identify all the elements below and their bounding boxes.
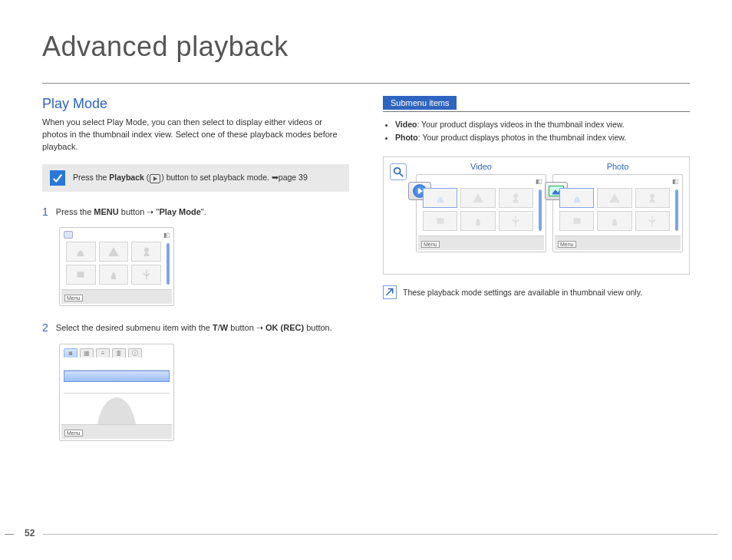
menu-tab: ≡ xyxy=(96,348,110,357)
svg-rect-1 xyxy=(77,272,84,278)
video-label: Video xyxy=(470,162,492,171)
menu-chip: Menu xyxy=(421,241,440,248)
battery-mini-icon: ▮▯ xyxy=(163,232,170,239)
thumb-item xyxy=(635,211,670,231)
step-2: 2 Select the desired submenu item with t… xyxy=(42,321,349,334)
menu-tab: ▦ xyxy=(80,348,94,357)
background-silhouette xyxy=(64,394,170,424)
battery-mini-icon: ▮▯ xyxy=(672,178,678,185)
magnifier-icon xyxy=(390,163,407,180)
thumb-item xyxy=(131,242,161,262)
step-1: 1 Press the MENU button ➝ "Play Mode". xyxy=(42,206,349,219)
svg-point-2 xyxy=(394,167,401,173)
compare-col-photo: Photo ▮▯ xyxy=(552,162,683,268)
thumb-item xyxy=(460,188,495,208)
thumb-item xyxy=(66,265,96,285)
step-number: 1 xyxy=(42,206,48,219)
step-2-text: Select the desired submenu item with the… xyxy=(56,321,332,334)
thumb-item xyxy=(597,188,631,208)
submenu-items-header: Submenu items xyxy=(383,96,457,110)
thumb-item xyxy=(131,265,161,285)
check-icon xyxy=(50,170,65,186)
svg-point-0 xyxy=(144,248,149,252)
note-row: These playback mode settings are availab… xyxy=(383,285,690,299)
submenu-divider xyxy=(383,111,690,112)
thumb-item xyxy=(559,188,594,208)
compare-col-video: Video ▮▯ xyxy=(416,162,546,268)
thumb-item xyxy=(423,188,457,208)
menu-panel: ◙ ▦ ≡ 🗑 ⓘ Menu xyxy=(59,344,174,441)
svg-point-6 xyxy=(650,193,655,198)
svg-rect-7 xyxy=(573,218,580,224)
menu-tab: ⓘ xyxy=(128,348,142,357)
menu-tab-row: ◙ ▦ ≡ 🗑 ⓘ xyxy=(61,346,172,357)
tip-box: Press the Playback () button to set play… xyxy=(42,164,349,192)
menu-row-selected xyxy=(64,371,170,382)
menu-tab: 🗑 xyxy=(112,348,126,357)
camera-mini-icon xyxy=(64,231,73,239)
note-icon xyxy=(383,285,397,299)
thumb-item xyxy=(559,211,594,231)
menu-row xyxy=(64,359,170,371)
menu-chip: Menu xyxy=(558,241,576,248)
thumbnail-panel-1: ▮▯ Menu xyxy=(59,227,174,306)
scrollbar xyxy=(675,189,678,231)
battery-mini-icon: ▮▯ xyxy=(536,178,542,185)
svg-line-3 xyxy=(400,173,403,176)
page-number: 52 xyxy=(25,528,35,539)
svg-point-4 xyxy=(513,193,518,198)
intro-paragraph: When you select Play Mode, you can then … xyxy=(42,117,349,153)
thumb-item xyxy=(635,188,670,208)
note-text: These playback mode settings are availab… xyxy=(403,288,642,297)
two-column-layout: Play Mode When you select Play Mode, you… xyxy=(42,96,690,456)
thumb-item xyxy=(423,211,457,231)
title-divider xyxy=(42,83,690,84)
scrollbar xyxy=(167,243,170,285)
svg-rect-5 xyxy=(437,218,443,224)
menu-tab-active: ◙ xyxy=(64,348,77,357)
bullet-video: Video: Your product displays videos in t… xyxy=(395,118,690,131)
left-column: Play Mode When you select Play Mode, you… xyxy=(42,96,349,456)
scrollbar xyxy=(539,189,542,231)
right-column: Submenu items Video: Your product displa… xyxy=(383,96,690,456)
photo-label: Photo xyxy=(607,162,629,171)
compare-box: Video ▮▯ xyxy=(383,156,690,275)
step-1-text: Press the MENU button ➝ "Play Mode". xyxy=(56,206,206,219)
thumb-item xyxy=(499,188,533,208)
video-thumb-panel: ▮▯ Menu xyxy=(416,174,546,252)
page-title: Advanced playback xyxy=(42,31,690,69)
menu-row xyxy=(64,382,170,394)
bullet-photo: Photo: Your product displays photos in t… xyxy=(395,131,690,144)
thumb-item xyxy=(99,265,129,285)
thumb-item xyxy=(597,211,631,231)
thumbnail-grid xyxy=(61,239,172,289)
thumb-item xyxy=(99,242,129,262)
step-number: 2 xyxy=(42,321,48,334)
photo-thumb-panel: ▮▯ Menu xyxy=(552,174,683,252)
submenu-bullet-list: Video: Your product displays videos in t… xyxy=(383,118,690,144)
thumb-item xyxy=(499,211,533,231)
playback-icon xyxy=(150,174,160,183)
thumb-item xyxy=(66,242,96,262)
section-title: Play Mode xyxy=(42,96,349,112)
tip-text: Press the Playback () button to set play… xyxy=(73,173,308,183)
thumb-item xyxy=(460,211,495,231)
menu-chip: Menu xyxy=(64,295,83,301)
menu-chip: Menu xyxy=(64,430,83,436)
